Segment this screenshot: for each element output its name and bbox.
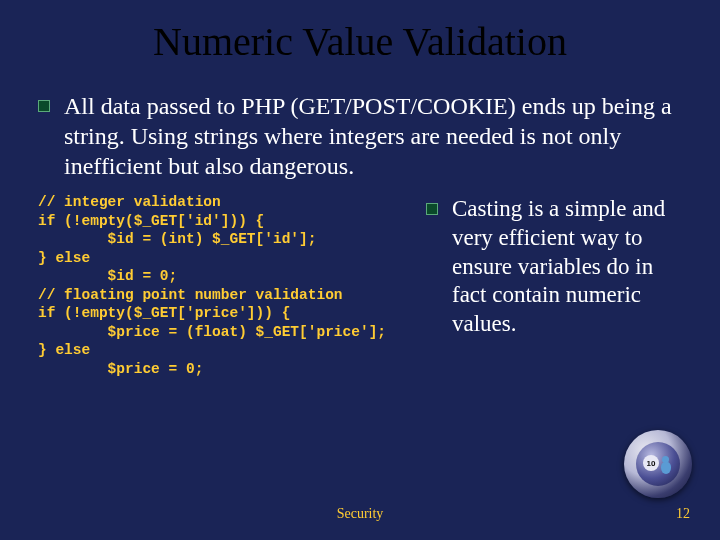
page-number: 12 <box>676 506 690 522</box>
main-bullet-text: All data passed to PHP (GET/POST/COOKIE)… <box>64 91 682 181</box>
right-column: Casting is a simple and very efficient w… <box>426 193 682 378</box>
lower-content: // integer validation if (!empty($_GET['… <box>38 193 682 378</box>
footer-label: Security <box>0 506 720 522</box>
decorative-badge-icon: 10 <box>624 430 692 498</box>
badge-inner: 10 <box>636 442 680 486</box>
badge-number: 10 <box>643 455 659 471</box>
right-bullet-text: Casting is a simple and very efficient w… <box>452 195 682 339</box>
slide: Numeric Value Validation All data passed… <box>0 0 720 540</box>
bullet-square-icon <box>426 203 438 215</box>
bullet-square-icon <box>38 100 50 112</box>
badge-ring: 10 <box>624 430 692 498</box>
elephant-icon <box>660 454 672 474</box>
right-bullet-row: Casting is a simple and very efficient w… <box>426 195 682 339</box>
main-bullet-row: All data passed to PHP (GET/POST/COOKIE)… <box>38 91 682 181</box>
code-block: // integer validation if (!empty($_GET['… <box>38 193 418 378</box>
slide-title: Numeric Value Validation <box>38 18 682 65</box>
